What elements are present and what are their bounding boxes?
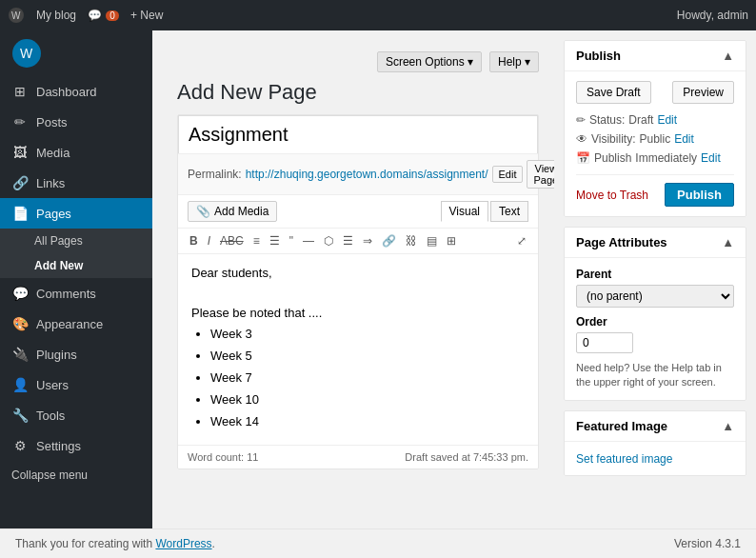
view-page-button[interactable]: View Page bbox=[527, 160, 554, 189]
hr-button[interactable]: — bbox=[299, 232, 318, 249]
list-item: Week 7 bbox=[210, 369, 525, 389]
permalink-bar: Permalink: http://zhuqing.georgetown.dom… bbox=[178, 153, 538, 194]
expand-button[interactable]: ⤢ bbox=[513, 232, 530, 249]
comments-bar[interactable]: 💬 0 bbox=[88, 9, 119, 22]
editor-wrap: Permalink: http://zhuqing.georgetown.dom… bbox=[177, 114, 539, 469]
wp-logo[interactable]: W bbox=[8, 7, 25, 24]
publish-metabox: Publish ▲ Save Draft Preview ✏ Status: D… bbox=[564, 40, 746, 217]
insert-button[interactable]: ▤ bbox=[423, 232, 441, 249]
trash-link[interactable]: Move to Trash bbox=[576, 189, 648, 202]
sidebar-item-appearance[interactable]: 🎨 Appearance bbox=[0, 309, 152, 339]
page-attributes-metabox: Page Attributes ▲ Parent (no parent) Ord… bbox=[564, 227, 746, 401]
page-title: Add New Page bbox=[177, 80, 539, 105]
tools-icon: 🔧 bbox=[11, 408, 29, 423]
content-topbar: Screen Options ▾ Help ▾ bbox=[177, 51, 539, 72]
publish-metabox-header: Publish ▲ bbox=[565, 41, 746, 71]
editor-content[interactable]: Dear students, Please be noted that ....… bbox=[178, 254, 538, 445]
collapse-menu[interactable]: Collapse menu bbox=[0, 461, 152, 489]
page-attributes-body: Parent (no parent) Order Need help? Use … bbox=[565, 258, 746, 400]
sidebar-logo: W bbox=[0, 30, 152, 76]
save-draft-button[interactable]: Save Draft bbox=[576, 81, 651, 104]
content-line2: Please be noted that .... bbox=[191, 304, 525, 324]
sidebar-item-label: Appearance bbox=[36, 317, 103, 331]
main-content: Screen Options ▾ Help ▾ Add New Page Per… bbox=[162, 40, 554, 519]
featured-image-title: Featured Image bbox=[576, 419, 667, 433]
order-input[interactable] bbox=[576, 332, 633, 353]
sidebar-item-dashboard[interactable]: ⊞ Dashboard bbox=[0, 76, 152, 107]
sidebar-item-label: Links bbox=[36, 176, 65, 190]
help-button[interactable]: Help ▾ bbox=[489, 51, 539, 72]
status-icon: ✏ bbox=[576, 113, 586, 127]
visibility-label: Visibility: bbox=[591, 132, 635, 146]
editor-toolbar-row: 📎 Add Media Visual Text bbox=[178, 194, 538, 229]
blog-name-bar[interactable]: My blog bbox=[36, 9, 76, 22]
comment-icon: 💬 bbox=[88, 9, 102, 22]
links-icon: 🔗 bbox=[11, 175, 29, 190]
publish-metabox-body: Save Draft Preview ✏ Status: Draft Edit … bbox=[565, 71, 746, 216]
unlink-button[interactable]: ⛓ bbox=[402, 232, 421, 249]
sidebar-item-add-new[interactable]: Add New bbox=[0, 253, 152, 278]
users-icon: 👤 bbox=[11, 377, 29, 392]
italic-button[interactable]: I bbox=[204, 232, 214, 249]
upload-icon: 📎 bbox=[196, 205, 210, 218]
draft-saved: Draft saved at 7:45:33 pm. bbox=[405, 451, 528, 463]
permalink-edit-button[interactable]: Edit bbox=[492, 166, 524, 183]
sidebar-item-label: Tools bbox=[36, 409, 65, 423]
status-edit-link[interactable]: Edit bbox=[657, 113, 677, 127]
sidebar-item-settings[interactable]: ⚙ Settings bbox=[0, 430, 152, 461]
permalink-url[interactable]: http://zhuqing.georgetown.domains/assign… bbox=[246, 168, 488, 181]
blockquote-button[interactable]: " bbox=[286, 232, 297, 249]
publish-title: Publish bbox=[576, 49, 621, 63]
new-content-bar[interactable]: + New bbox=[130, 9, 163, 22]
parent-select[interactable]: (no parent) bbox=[576, 285, 734, 308]
order-label: Order bbox=[576, 315, 734, 329]
sidebar-item-label: Media bbox=[36, 146, 70, 160]
sidebar-item-posts[interactable]: ✏ Posts bbox=[0, 107, 152, 137]
right-sidebar: Publish ▲ Save Draft Preview ✏ Status: D… bbox=[564, 40, 746, 519]
visibility-edit-link[interactable]: Edit bbox=[674, 132, 694, 146]
list-item: Week 3 bbox=[210, 325, 525, 345]
page-attributes-toggle[interactable]: ▲ bbox=[722, 235, 734, 249]
sidebar-item-links[interactable]: 🔗 Links bbox=[0, 168, 152, 198]
tab-visual[interactable]: Visual bbox=[441, 201, 488, 222]
howdy-text[interactable]: Howdy, admin bbox=[677, 9, 748, 22]
sidebar-item-plugins[interactable]: 🔌 Plugins bbox=[0, 339, 152, 369]
publish-toggle[interactable]: ▲ bbox=[722, 49, 734, 63]
add-media-button[interactable]: 📎 Add Media bbox=[188, 201, 277, 222]
featured-image-toggle[interactable]: ▲ bbox=[722, 419, 734, 433]
ol-button[interactable]: ☰ bbox=[266, 232, 284, 249]
ul-button[interactable]: ≡ bbox=[249, 232, 264, 249]
table-button[interactable]: ⊞ bbox=[443, 232, 460, 249]
word-count-bar: Word count: 11 Draft saved at 7:45:33 pm… bbox=[178, 445, 538, 468]
tab-text[interactable]: Text bbox=[490, 201, 528, 222]
sidebar-item-pages[interactable]: 📄 Pages bbox=[0, 198, 152, 229]
sidebar-item-comments[interactable]: 💬 Comments bbox=[0, 278, 152, 309]
settings-icon: ⚙ bbox=[11, 438, 29, 453]
admin-bar: W My blog 💬 0 + New Howdy, admin bbox=[0, 0, 756, 30]
align-center-button[interactable]: ☰ bbox=[339, 232, 357, 249]
set-featured-image-link[interactable]: Set featured image bbox=[576, 452, 672, 466]
pages-submenu: All Pages Add New bbox=[0, 229, 152, 278]
bold-button[interactable]: B bbox=[186, 232, 202, 249]
publish-edit-link[interactable]: Edit bbox=[701, 151, 721, 165]
align-right-button[interactable]: ⇒ bbox=[359, 232, 376, 249]
wordpress-link[interactable]: WordPress bbox=[155, 537, 211, 550]
sidebar-item-all-pages[interactable]: All Pages bbox=[0, 229, 152, 253]
screen-options-button[interactable]: Screen Options ▾ bbox=[377, 51, 482, 72]
strikethrough-button[interactable]: ABC bbox=[216, 232, 248, 249]
link-button[interactable]: 🔗 bbox=[378, 232, 400, 249]
word-count: Word count: 11 bbox=[188, 451, 258, 463]
sidebar-item-media[interactable]: 🖼 Media bbox=[0, 137, 152, 168]
publish-button[interactable]: Publish bbox=[665, 183, 734, 207]
sidebar-item-label: Plugins bbox=[36, 348, 77, 362]
preview-button[interactable]: Preview bbox=[672, 81, 734, 104]
appearance-icon: 🎨 bbox=[11, 316, 29, 331]
new-label: + New bbox=[130, 9, 163, 22]
align-left-button[interactable]: ⬡ bbox=[320, 232, 337, 249]
sidebar-item-tools[interactable]: 🔧 Tools bbox=[0, 400, 152, 430]
page-title-input[interactable] bbox=[178, 115, 538, 153]
parent-label: Parent bbox=[576, 268, 734, 281]
posts-icon: ✏ bbox=[11, 114, 29, 130]
list-item: Week 5 bbox=[210, 347, 525, 367]
sidebar-item-users[interactable]: 👤 Users bbox=[0, 369, 152, 400]
